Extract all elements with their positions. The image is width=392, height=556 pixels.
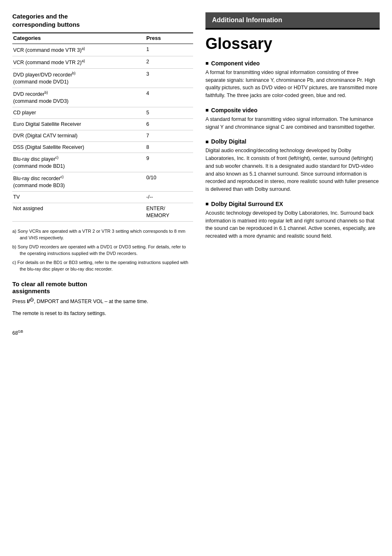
press-cell: 5 bbox=[143, 107, 193, 118]
press-cell: 8 bbox=[143, 141, 193, 153]
subsection-body-2: The remote is reset to its factory setti… bbox=[12, 310, 193, 317]
table-row: DVR (Digital CATV terminal)7 bbox=[12, 130, 193, 141]
press-cell: 7 bbox=[143, 130, 193, 141]
category-cell: DVD recorderb)(command mode DVD3) bbox=[12, 88, 143, 107]
category-cell: Euro Digital Satellite Receiver bbox=[12, 118, 143, 130]
category-cell: VCR (command mode VTR 2)a) bbox=[12, 56, 143, 69]
table-row: Euro Digital Satellite Receiver6 bbox=[12, 118, 193, 130]
glossary-term-title: Dolby Digital bbox=[205, 138, 380, 145]
col-header-categories: Categories bbox=[12, 33, 143, 44]
right-column: Additional Information Glossary Componen… bbox=[205, 12, 380, 248]
category-cell: CD player bbox=[12, 107, 143, 118]
category-cell: TV bbox=[12, 192, 143, 203]
header-underline bbox=[205, 28, 380, 30]
table-row: Blu-ray disc playerc)(command mode BD1)9 bbox=[12, 153, 193, 172]
left-column: Categories and thecorresponding buttons … bbox=[12, 12, 193, 336]
footnote: c) For details on the BD1 or BD3 setting… bbox=[12, 259, 193, 273]
glossary-title: Glossary bbox=[205, 35, 380, 53]
glossary-term: Dolby Digital Surround EXAcoustic techno… bbox=[205, 201, 380, 240]
glossary-term-body: A format for transmitting video signal i… bbox=[205, 69, 380, 100]
glossary-term-title: Component video bbox=[205, 60, 380, 67]
press-cell: ENTER/ MEMORY bbox=[143, 203, 193, 222]
category-cell: VCR (command mode VTR 3)a) bbox=[12, 44, 143, 56]
category-cell: Not assigned bbox=[12, 203, 143, 222]
table-row: TV-/-- bbox=[12, 192, 193, 203]
glossary-term: Component videoA format for transmitting… bbox=[205, 60, 380, 100]
press-cell: 2 bbox=[143, 56, 193, 69]
table-row: VCR (command mode VTR 3)a)1 bbox=[12, 44, 193, 56]
press-cell: 0/10 bbox=[143, 172, 193, 192]
table-row: CD player5 bbox=[12, 107, 193, 118]
category-cell: DSS (Digital Satellite Receiver) bbox=[12, 141, 143, 153]
table-row: Not assignedENTER/ MEMORY bbox=[12, 203, 193, 222]
page-number: 68GB bbox=[12, 329, 193, 336]
press-cell: -/-- bbox=[143, 192, 193, 203]
footnote: a) Sony VCRs are operated with a VTR 2 o… bbox=[12, 228, 193, 241]
category-cell: Blu-ray disc recorderc)(command mode BD3… bbox=[12, 172, 143, 192]
category-cell: DVR (Digital CATV terminal) bbox=[12, 130, 143, 141]
glossary-term: Composite videoA standard format for tra… bbox=[205, 107, 380, 131]
glossary-term-body: Acoustic technology developed by Dolby L… bbox=[205, 209, 380, 240]
glossary-term-title: Composite video bbox=[205, 107, 380, 114]
col-header-press: Press bbox=[143, 33, 193, 44]
category-cell: Blu-ray disc playerc)(command mode BD1) bbox=[12, 153, 143, 172]
glossary-term: Dolby DigitalDigital audio encoding/deco… bbox=[205, 138, 380, 193]
categories-table: Categories Press VCR (command mode VTR 3… bbox=[12, 32, 193, 222]
additional-info-header: Additional Information bbox=[205, 12, 380, 28]
table-row: DVD recorderb)(command mode DVD3)4 bbox=[12, 88, 193, 107]
footnote: b) Sony DVD recorders are operated with … bbox=[12, 244, 193, 257]
table-row: DSS (Digital Satellite Receiver)8 bbox=[12, 141, 193, 153]
subsection-title: To clear all remote buttonassignments bbox=[12, 280, 193, 294]
table-row: DVD player/DVD recorderb)(command mode D… bbox=[12, 69, 193, 88]
press-cell: 9 bbox=[143, 153, 193, 172]
press-cell: 6 bbox=[143, 118, 193, 130]
footnotes: a) Sony VCRs are operated with a VTR 2 o… bbox=[12, 228, 193, 273]
press-cell: 1 bbox=[143, 44, 193, 56]
glossary-terms: Component videoA format for transmitting… bbox=[205, 60, 380, 240]
subsection-body-1: Press I/⏻, DMPORT and MASTER VOL – at th… bbox=[12, 297, 193, 305]
glossary-term-body: Digital audio encoding/decoding technolo… bbox=[205, 147, 380, 193]
glossary-term-title: Dolby Digital Surround EX bbox=[205, 201, 380, 207]
press-cell: 3 bbox=[143, 69, 193, 88]
glossary-term-body: A standard format for transmitting video… bbox=[205, 116, 380, 131]
category-cell: DVD player/DVD recorderb)(command mode D… bbox=[12, 69, 143, 88]
table-row: VCR (command mode VTR 2)a)2 bbox=[12, 56, 193, 69]
press-cell: 4 bbox=[143, 88, 193, 107]
section-title: Categories and thecorresponding buttons bbox=[12, 12, 193, 28]
table-row: Blu-ray disc recorderc)(command mode BD3… bbox=[12, 172, 193, 192]
